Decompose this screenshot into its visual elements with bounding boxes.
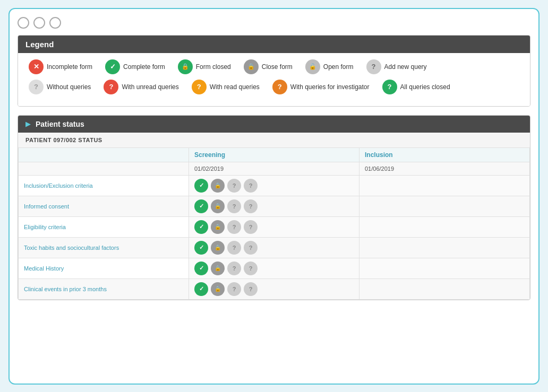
complete-form-btn[interactable]: ✓: [194, 199, 208, 213]
complete-form-btn[interactable]: ✓: [194, 179, 208, 193]
open-form-label: Open form: [323, 63, 354, 71]
window-btn-2[interactable]: [33, 17, 45, 29]
open-form-icon: 🔓: [305, 59, 320, 74]
close-form-btn[interactable]: 🔒: [211, 179, 225, 193]
legend-item-add-query: ? Add new query: [366, 59, 427, 74]
inclusion-cell-4: [359, 237, 530, 258]
legend-item-form-closed: 🔒 Form closed: [178, 59, 231, 74]
query-btn-1[interactable]: ?: [227, 199, 241, 213]
query-btn-1[interactable]: ?: [227, 241, 241, 255]
legend-item-read-queries: ? With read queries: [192, 80, 260, 94]
inclusion-cell-5: [359, 258, 530, 278]
complete-form-label: Complete form: [123, 63, 165, 71]
window-controls: [18, 17, 530, 29]
investigator-queries-label: With queries for investigator: [290, 83, 370, 91]
incomplete-form-label: Incomplete form: [47, 63, 92, 71]
icons-cell-clinical-screening: ✓ 🔒 ? ?: [189, 278, 359, 299]
icons-group: ✓ 🔒 ? ?: [194, 199, 354, 213]
legend-title: Legend: [25, 40, 54, 49]
complete-form-btn[interactable]: ✓: [194, 262, 208, 275]
close-form-btn[interactable]: 🔒: [211, 262, 225, 275]
patient-id-row: PATIENT 097/002 STATUS: [18, 133, 530, 147]
legend-item-unread-queries: ? With unread queries: [104, 80, 178, 94]
legend-item-no-queries: ? Without queries: [29, 80, 91, 94]
incomplete-form-icon: ✕: [29, 59, 44, 74]
window-btn-3[interactable]: [49, 17, 61, 29]
query-btn-2[interactable]: ?: [244, 282, 258, 296]
icons-group: ✓ 🔒 ? ?: [194, 282, 354, 296]
legend-header: Legend: [18, 36, 530, 53]
close-form-icon: 🔒: [244, 59, 259, 74]
query-btn-2[interactable]: ?: [244, 179, 258, 193]
complete-form-btn[interactable]: ✓: [194, 241, 208, 255]
icons-group: ✓ 🔒 ? ?: [194, 179, 354, 193]
investigator-queries-icon: ?: [272, 80, 287, 94]
icons-cell-eligibility-screening: ✓ 🔒 ? ?: [189, 216, 359, 237]
legend-item-open-form: 🔓 Open form: [305, 59, 354, 74]
query-btn-1[interactable]: ?: [227, 220, 241, 234]
icons-group: ✓ 🔒 ? ?: [194, 262, 354, 275]
table-row: Clinical events in prior 3 months ✓ 🔒 ? …: [19, 278, 530, 299]
unread-queries-label: With unread queries: [122, 83, 178, 91]
close-form-label: Close form: [262, 63, 293, 71]
query-btn-2[interactable]: ?: [244, 220, 258, 234]
row-label-toxic: Toxic habits and sociocultural factors: [19, 237, 189, 258]
inclusion-cell-6: [359, 278, 530, 299]
legend-item-all-closed: ? All queries closed: [382, 80, 450, 94]
legend-box: Legend ✕ Incomplete form ✓ Complete form…: [18, 35, 530, 107]
add-query-icon: ?: [366, 59, 381, 74]
icons-cell-inclusion-exclusion-screening: ✓ 🔒 ? ?: [189, 175, 359, 196]
col-empty-header: [19, 147, 189, 162]
row-label-inclusion-exclusion: Inclusion/Exclusion criteria: [19, 175, 189, 196]
patient-id-label: PATIENT 097/002 STATUS: [25, 137, 102, 143]
read-queries-label: With read queries: [210, 83, 260, 91]
all-closed-icon: ?: [382, 80, 397, 94]
icons-group: ✓ 🔒 ? ?: [194, 241, 354, 255]
inclusion-cell-2: [359, 196, 530, 216]
close-form-btn[interactable]: 🔒: [211, 199, 225, 213]
query-btn-1[interactable]: ?: [227, 179, 241, 193]
icons-group: ✓ 🔒 ? ?: [194, 220, 354, 234]
legend-item-investigator-queries: ? With queries for investigator: [272, 80, 370, 94]
form-closed-icon: 🔒: [178, 59, 193, 74]
table-row: Inclusion/Exclusion criteria ✓ 🔒 ? ?: [19, 175, 530, 196]
screening-header: Screening: [189, 147, 359, 162]
icons-cell-medical-screening: ✓ 🔒 ? ?: [189, 258, 359, 278]
close-form-btn[interactable]: 🔒: [211, 282, 225, 296]
patient-status-header: ▶ Patient status: [18, 116, 530, 133]
legend-body: ✕ Incomplete form ✓ Complete form 🔒 Form…: [18, 53, 530, 106]
status-table: Screening Inclusion 01/02/2019 01/06/201…: [18, 147, 530, 300]
query-btn-1[interactable]: ?: [227, 282, 241, 296]
inclusion-header: Inclusion: [359, 147, 530, 162]
close-form-btn[interactable]: 🔒: [211, 241, 225, 255]
query-btn-2[interactable]: ?: [244, 241, 258, 255]
close-form-btn[interactable]: 🔒: [211, 220, 225, 234]
query-btn-2[interactable]: ?: [244, 199, 258, 213]
read-queries-icon: ?: [192, 80, 207, 94]
add-query-label: Add new query: [384, 63, 427, 71]
legend-row-2: ? Without queries ? With unread queries …: [29, 80, 519, 94]
col-empty-date: [19, 162, 189, 175]
query-btn-1[interactable]: ?: [227, 262, 241, 275]
row-label-eligibility: Eligibility criteria: [19, 216, 189, 237]
complete-form-btn[interactable]: ✓: [194, 282, 208, 296]
table-row: Eligibility criteria ✓ 🔒 ? ?: [19, 216, 530, 237]
unread-queries-icon: ?: [104, 80, 118, 94]
icons-cell-informed-consent-screening: ✓ 🔒 ? ?: [189, 196, 359, 216]
all-closed-label: All queries closed: [400, 83, 450, 91]
row-label-medical: Medical History: [19, 258, 189, 278]
window-btn-1[interactable]: [18, 17, 29, 29]
main-container: Legend ✕ Incomplete form ✓ Complete form…: [8, 8, 540, 385]
query-btn-2[interactable]: ?: [244, 262, 258, 275]
inclusion-date: 01/06/2019: [359, 162, 530, 175]
inclusion-cell-1: [359, 175, 530, 196]
screening-date: 01/02/2019: [189, 162, 359, 175]
patient-status-box: ▶ Patient status PATIENT 097/002 STATUS …: [18, 115, 530, 300]
table-row: Medical History ✓ 🔒 ? ?: [19, 258, 530, 278]
patient-status-title: Patient status: [36, 120, 84, 128]
table-row: Informed consent ✓ 🔒 ? ?: [19, 196, 530, 216]
form-closed-label: Form closed: [196, 63, 231, 71]
icons-cell-toxic-screening: ✓ 🔒 ? ?: [189, 237, 359, 258]
complete-form-btn[interactable]: ✓: [194, 220, 208, 234]
complete-form-icon: ✓: [105, 59, 120, 74]
